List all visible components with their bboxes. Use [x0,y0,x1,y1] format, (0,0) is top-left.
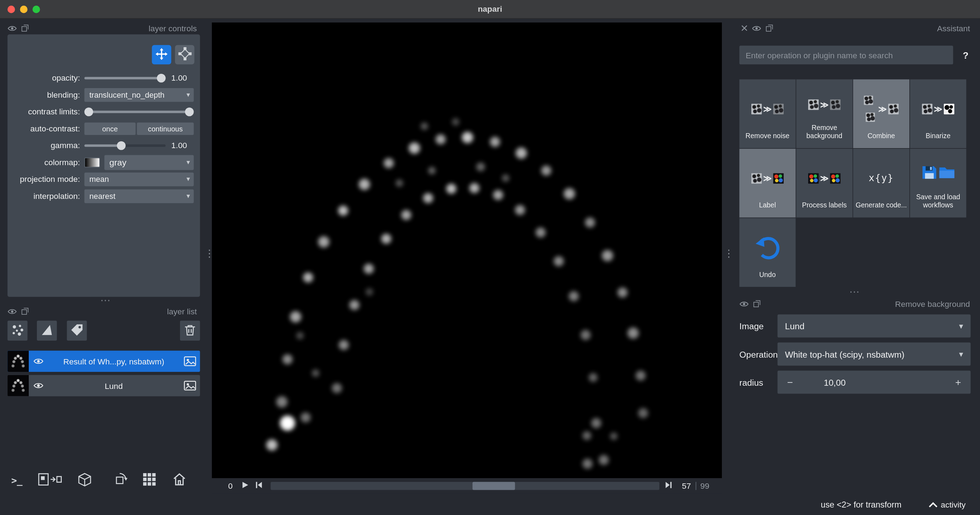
float-panel-icon[interactable] [20,24,29,33]
minimize-window-button[interactable] [20,5,27,13]
tile-label[interactable]: ≫ Label [739,149,795,218]
interpolation-label: interpolation: [8,191,84,200]
layer-thumbnail [8,375,29,396]
close-window-button[interactable] [8,5,15,13]
hide-panel-eye-icon[interactable] [739,300,748,308]
tile-binarize[interactable]: ≫ Binarize [910,79,966,148]
tile-process-labels[interactable]: ≫ Process labels [796,149,852,218]
viewer-area: 0 [212,19,722,494]
image-select[interactable]: Lund ▾ [778,314,971,337]
remove-background-icon: ≫ [798,86,851,123]
opacity-value: 1.00 [171,73,194,82]
transform-icon [178,47,192,62]
transpose-dimensions-button[interactable] [110,470,129,490]
hide-panel-eye-icon[interactable] [8,307,17,316]
pan-zoom-mode-button[interactable] [152,45,172,65]
assistant-dock-header: Assistant [739,22,970,34]
transform-mode-button[interactable] [175,45,194,65]
status-hint: use <2> for transform [821,500,902,509]
skip-end-icon [664,480,673,491]
right-dock-splitter-handle[interactable]: ⋮ [724,249,733,258]
operation-select[interactable]: White top-hat (scipy, nsbatwm) ▾ [778,343,971,365]
delete-layer-button[interactable] [180,321,200,341]
interpolation-select[interactable]: nearest ▾ [84,189,194,203]
tile-generate-code[interactable]: x{y} Generate code... [853,149,909,218]
hide-panel-eye-icon[interactable] [8,24,17,33]
contrast-high-handle[interactable] [185,107,194,116]
frame-slider[interactable] [270,482,659,490]
layer-item-result[interactable]: Result of Wh...py, nsbatwm) [8,351,200,372]
blending-value: translucent_no_depth [89,90,184,99]
opacity-slider-handle[interactable] [157,73,166,82]
tile-remove-noise[interactable]: ≫ Remove noise [739,79,795,148]
current-frame: 57 [682,481,690,491]
layer-list-dock-header: layer list [0,305,212,317]
hide-panel-eye-icon[interactable] [752,24,761,33]
layer-controls-title: layer controls [148,24,197,33]
gamma-slider[interactable] [84,141,166,150]
tile-remove-background[interactable]: ≫ Remove background [796,79,852,148]
layer-name: Lund [48,381,180,390]
console-button[interactable]: >_ [8,470,26,490]
gamma-label: gamma: [8,141,84,150]
new-shapes-layer-button[interactable] [37,321,57,341]
layer-thumbnail [8,351,29,372]
play-icon [241,480,250,491]
zoom-window-button[interactable] [33,5,40,13]
layer-controls-resize-handle[interactable]: ⋯ [0,297,212,306]
colormap-select[interactable]: gray ▾ [104,155,194,170]
tile-undo[interactable]: Undo [739,218,795,287]
help-button[interactable]: ? [961,50,970,61]
activity-button[interactable]: activity [929,500,966,509]
remove-background-form: Image Lund ▾ Operation White top-hat (sc… [739,314,970,394]
new-labels-layer-button[interactable] [67,321,87,341]
assistant-title: Assistant [937,24,970,33]
auto-contrast-once-button[interactable]: once [84,122,136,135]
decrement-button[interactable]: − [778,376,802,388]
cube-icon [77,472,92,489]
assistant-search-input[interactable] [739,45,953,64]
skip-to-start-button[interactable] [254,480,263,491]
assistant-resize-handle[interactable]: ⋯ [739,288,970,297]
home-button[interactable] [170,470,189,490]
folder-icon [939,166,955,182]
binarize-icon: ≫ [912,86,964,132]
left-dock-splitter-handle[interactable]: ⋮ [205,249,215,258]
tile-combine[interactable]: ≫ Combine [853,79,909,148]
layer-visibility-eye-icon[interactable] [29,358,48,365]
microscopy-image [212,22,722,478]
skip-to-end-button[interactable] [664,480,673,491]
contrast-limits-slider[interactable] [84,107,194,116]
tile-save-load-workflows[interactable]: Save and load workflows [910,149,966,218]
toggle-ndisplay-button[interactable] [36,470,64,490]
layer-visibility-eye-icon[interactable] [29,382,48,389]
blending-select[interactable]: translucent_no_depth ▾ [84,88,194,102]
layer-item-lund[interactable]: Lund [8,375,200,396]
main-area: layer controls [0,19,980,494]
total-frames: 99 [700,481,709,491]
float-panel-icon[interactable] [764,24,774,33]
assistant-search-row: ? [739,45,970,64]
opacity-slider[interactable] [84,73,166,82]
float-panel-icon[interactable] [20,307,29,316]
viewer-canvas[interactable] [212,22,722,478]
roll-dimensions-button[interactable] [75,470,94,490]
float-panel-icon[interactable] [752,300,761,308]
new-points-layer-button[interactable] [8,321,27,341]
remove-background-title: Remove background [895,299,970,308]
projection-mode-label: projection mode: [8,174,84,183]
frame-slider-handle[interactable] [473,482,515,490]
close-panel-icon[interactable] [739,24,748,33]
projection-mode-value: mean [89,175,184,183]
auto-contrast-continuous-button[interactable]: continuous [137,122,194,135]
assistant-operations-grid: ≫ Remove noise ≫ Remove background ≫ Com [739,79,966,287]
play-button[interactable] [241,480,250,491]
points-icon [10,322,25,339]
projection-mode-select[interactable]: mean ▾ [84,172,194,186]
gamma-slider-handle[interactable] [116,141,125,150]
contrast-low-handle[interactable] [84,107,93,116]
increment-button[interactable]: + [945,376,970,388]
shapes-icon [40,322,54,339]
dims-axis-label: 0 [228,481,235,491]
grid-mode-button[interactable] [140,470,159,490]
